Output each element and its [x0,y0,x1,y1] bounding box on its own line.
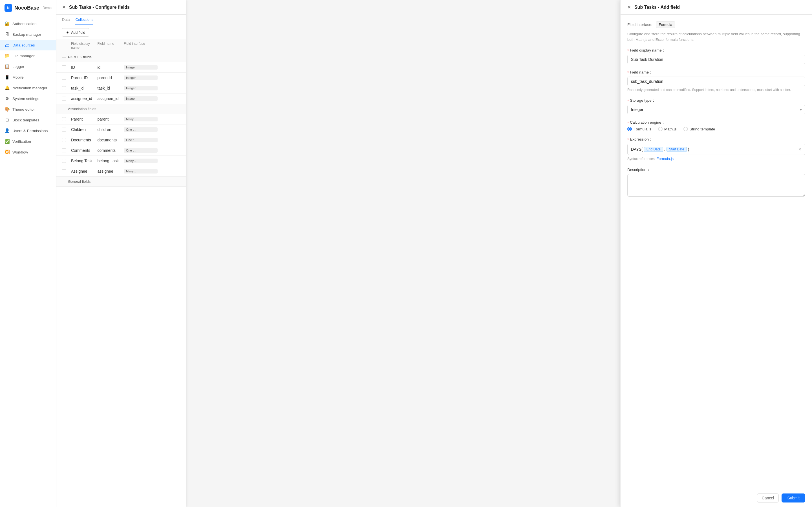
tab-data[interactable]: Data [62,15,70,25]
row-checkbox[interactable] [62,117,66,121]
description-label: Description： [627,167,805,172]
field-interface-desc: Configure and store the results of calcu… [627,31,805,42]
section-collapse-icon[interactable]: — [62,179,66,184]
demo-label: Demo [43,6,52,10]
add-field-panel-footer: Cancel Submit [620,489,812,507]
table-row: task_id task_id Integer [56,83,186,94]
storage-type-group: * Storage type： Integer Float Decimal St… [627,98,805,114]
authentication-icon: 🔐 [4,21,10,26]
backup-manager-icon: 🗄 [4,32,10,37]
section-collapse-icon[interactable]: — [62,107,66,111]
row-checkbox[interactable] [62,128,66,131]
field-name-input[interactable] [627,76,805,86]
sidebar-item-system-settings[interactable]: ⚙ System settings [0,93,56,104]
section-general: — General fields [56,177,186,187]
submit-button[interactable]: Submit [781,494,805,503]
sidebar-item-label: Block templates [12,118,39,122]
radio-formula-js[interactable]: Formula.js [627,127,651,131]
sidebar-item-block-templates[interactable]: ⊞ Block templates [0,115,56,125]
table-row: Belong Task belong_task Many... [56,156,186,166]
sidebar-item-label: File manager [12,54,35,58]
data-sources-icon: 🗃 [4,43,10,48]
table-actions: ＋ Add field [56,25,186,40]
cancel-button[interactable]: Cancel [757,494,779,503]
sidebar-item-theme-editor[interactable]: 🎨 Theme editor [0,104,56,115]
section-collapse-icon[interactable]: — [62,55,66,59]
field-interface-badge[interactable]: Formula [656,21,675,28]
display-name-input[interactable] [627,55,805,64]
table-row: Parent parent Many... [56,114,186,124]
expression-comma: , [664,147,665,152]
calc-engine-group: * Calculation engine： Formula.js Math.js… [627,120,805,131]
fields-table: Field display name Field name Field inte… [56,40,186,507]
app-name: NocoBase [14,5,39,11]
sidebar-item-data-sources[interactable]: 🗃 Data sources [0,40,56,50]
sidebar-item-label: Mobile [12,75,24,79]
formula-js-link[interactable]: Formula.js [656,157,673,161]
row-checkbox[interactable] [62,138,66,142]
sidebar-nav: 🔐 Authentication 🗄 Backup manager 🗃 Data… [0,16,56,507]
storage-type-select-wrapper: Integer Float Decimal String ▾ [627,105,805,114]
tab-collections[interactable]: Collections [75,15,93,25]
configure-panel-header: ✕ Sub Tasks - Configure fields [56,0,186,15]
field-name-hint: Randomly generated and can be modified. … [627,87,805,93]
storage-type-select[interactable]: Integer Float Decimal String [627,105,805,114]
table-row: Documents documents One t... [56,135,186,145]
sidebar-item-verification[interactable]: ✅ Verification [0,136,56,147]
row-checkbox[interactable] [62,169,66,173]
configure-fields-panel: ✕ Sub Tasks - Configure fields Data Coll… [56,0,186,507]
storage-type-label: * Storage type： [627,98,805,103]
row-checkbox[interactable] [62,97,66,101]
logger-icon: 📋 [4,64,10,69]
radio-string-template[interactable]: String template [683,127,715,131]
section-pk-fk: — PK & FK fields [56,52,186,62]
sidebar-item-backup-manager[interactable]: 🗄 Backup manager [0,29,56,40]
calc-engine-label: * Calculation engine： [627,120,805,125]
description-textarea[interactable] [627,174,805,196]
sidebar-item-label: Verification [12,139,31,144]
expression-group: * Expression： DAYS( End Date , Start Dat… [627,137,805,162]
file-manager-icon: 📁 [4,53,10,58]
sidebar-item-users-permissions[interactable]: 👤 Users & Permissions [0,125,56,136]
sidebar-item-mobile[interactable]: 📱 Mobile [0,72,56,82]
row-checkbox[interactable] [62,149,66,152]
mobile-icon: 📱 [4,75,10,80]
add-field-panel: ✕ Sub Tasks - Add field Field interface:… [620,0,812,507]
sidebar-item-label: Authentication [12,22,37,26]
expression-tag-start-date[interactable]: Start Date [666,147,687,152]
row-checkbox[interactable] [62,159,66,163]
radio-math-js[interactable]: Math.js [658,127,677,131]
main-area: ✕ Sub Tasks - Configure fields Data Coll… [56,0,812,507]
radio-circle-formula [627,127,632,131]
row-checkbox[interactable] [62,76,66,80]
logo-icon: N [4,4,12,12]
row-checkbox[interactable] [62,86,66,90]
add-field-panel-title: Sub Tasks - Add field [635,5,680,10]
sidebar-item-file-manager[interactable]: 📁 File manager [0,50,56,61]
sidebar-item-authentication[interactable]: 🔐 Authentication [0,18,56,29]
calc-engine-radio-group: Formula.js Math.js String template [627,127,805,131]
table-row: assignee_id assignee_id Integer [56,94,186,104]
field-interface-row: Field interface: Formula [627,21,805,28]
sidebar-item-label: Notification manager [12,86,47,90]
sidebar-item-workflow[interactable]: 🔀 Workflow [0,147,56,158]
expression-tag-end-date[interactable]: End Date [644,147,663,152]
add-field-close-button[interactable]: ✕ [627,4,631,10]
verification-icon: ✅ [4,139,10,144]
sidebar-item-label: Users & Permissions [12,129,48,133]
section-association: — Association fields [56,104,186,114]
description-group: Description： [627,167,805,198]
add-field-button[interactable]: ＋ Add field [62,28,89,37]
add-field-panel-header: ✕ Sub Tasks - Add field [620,0,812,15]
configure-close-button[interactable]: ✕ [62,4,66,10]
field-display-name-group: * Field display name： [627,48,805,64]
field-name-group: * Field name： Randomly generated and can… [627,70,805,93]
sidebar: N NocoBase Demo 🔐 Authentication 🗄 Backu… [0,0,56,507]
expression-input[interactable]: DAYS( End Date , Start Date ) ✕ [627,144,805,155]
field-interface-label: Field interface: [627,22,652,27]
row-checkbox[interactable] [62,65,66,69]
sidebar-item-logger[interactable]: 📋 Logger [0,61,56,72]
sidebar-item-notification-manager[interactable]: 🔔 Notification manager [0,82,56,93]
workflow-icon: 🔀 [4,150,10,155]
expression-clear-button[interactable]: ✕ [798,147,802,152]
